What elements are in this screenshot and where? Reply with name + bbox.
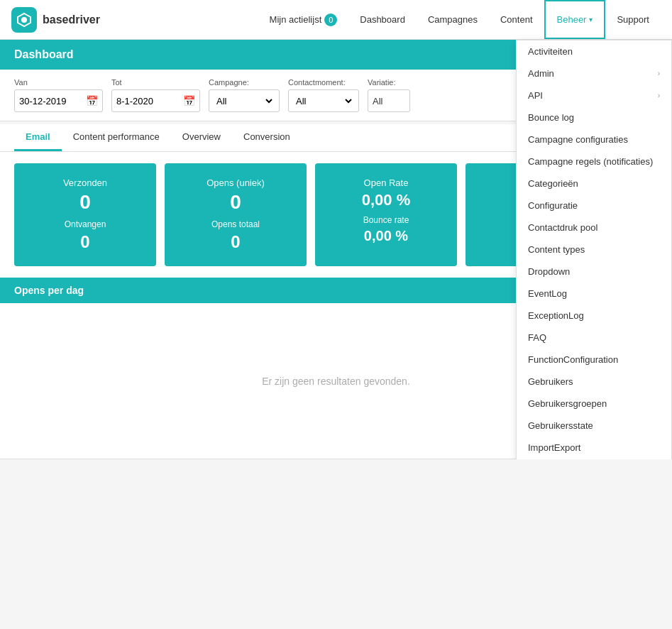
tot-label: Tot xyxy=(111,78,200,87)
menu-item-exceptionlog[interactable]: ExceptionLog xyxy=(517,305,671,327)
api-arrow-icon: › xyxy=(658,92,660,99)
menu-item-campagne-regels[interactable]: Campagne regels (notificaties) xyxy=(517,151,671,173)
logo-text: basedriver xyxy=(43,13,100,26)
nav-item-content[interactable]: Content xyxy=(489,0,544,39)
menu-item-bounce-log[interactable]: Bounce log xyxy=(517,106,671,128)
open-rate-label: Open Rate xyxy=(329,177,443,188)
van-calendar-icon[interactable]: 📅 xyxy=(86,95,98,106)
open-rate-value: 0,00 % xyxy=(329,191,443,209)
menu-item-configuratie[interactable]: Configuratie xyxy=(517,195,671,217)
nav-wrap: basedriver Mijn actielijst 0 Dashboard C… xyxy=(0,0,672,40)
nav-label-support: Support xyxy=(617,14,649,25)
campagne-select[interactable]: All xyxy=(214,95,275,107)
variatie-label: Variatie: xyxy=(368,78,410,87)
admin-arrow-icon: › xyxy=(658,70,660,77)
filter-van: Van 📅 xyxy=(14,78,103,112)
nav-label-dashboard: Dashboard xyxy=(360,14,405,25)
opens-label: Opens (uniek) xyxy=(179,177,292,188)
campagne-select-wrap: All xyxy=(209,89,280,112)
bounce-rate-value: 0,00 % xyxy=(329,228,443,244)
dashboard-title: Dashboard xyxy=(14,48,74,60)
logo-icon xyxy=(11,7,37,33)
tab-overview[interactable]: Overview xyxy=(171,124,232,151)
menu-item-ip-beheer[interactable]: IP-beheer xyxy=(517,459,671,459)
bounce-rate-label: Bounce rate xyxy=(329,215,443,225)
beheer-arrow-icon: ▾ xyxy=(589,16,593,23)
tot-input-wrap: 📅 xyxy=(111,89,200,112)
tab-email[interactable]: Email xyxy=(14,124,62,151)
nav-items: Mijn actielijst 0 Dashboard Campagnes Co… xyxy=(258,0,661,39)
menu-item-dropdown[interactable]: Dropdown xyxy=(517,261,671,283)
beheer-dropdown-menu: Activiteiten Admin › API › Bounce log Ca… xyxy=(516,40,672,459)
van-input[interactable] xyxy=(19,96,83,106)
filter-tot: Tot 📅 xyxy=(111,78,200,112)
tot-calendar-icon[interactable]: 📅 xyxy=(183,95,195,106)
menu-item-eventlog[interactable]: EventLog xyxy=(517,283,671,305)
menu-item-importexport[interactable]: ImportExport xyxy=(517,437,671,459)
filter-contactmoment: Contactmoment: All xyxy=(288,78,359,112)
nav-label-campagnes: Campagnes xyxy=(428,14,478,25)
contactmoment-select[interactable]: All xyxy=(293,95,354,107)
stat-card-open-rate: Open Rate 0,00 % Bounce rate 0,00 % xyxy=(315,163,457,266)
nav-badge-actielijst: 0 xyxy=(324,13,337,26)
logo-area: basedriver xyxy=(11,7,100,33)
menu-item-function-configuration[interactable]: FunctionConfiguration xyxy=(517,349,671,371)
nav-label-mijn-actielijst: Mijn actielijst xyxy=(270,14,322,25)
variatie-input-wrap: All xyxy=(368,89,410,112)
menu-item-gebruikers[interactable]: Gebruikers xyxy=(517,371,671,393)
opens-value: 0 xyxy=(179,191,292,214)
tab-content-performance[interactable]: Content performance xyxy=(62,124,171,151)
opens-totaal-value: 0 xyxy=(179,232,292,252)
top-nav: basedriver Mijn actielijst 0 Dashboard C… xyxy=(0,0,672,40)
nav-item-support[interactable]: Support xyxy=(605,0,661,39)
menu-item-faq[interactable]: FAQ xyxy=(517,327,671,349)
ontvangen-value: 0 xyxy=(28,232,142,252)
nav-item-dashboard[interactable]: Dashboard xyxy=(348,0,417,39)
nav-item-mijn-actielijst[interactable]: Mijn actielijst 0 xyxy=(258,0,349,39)
nav-item-beheer[interactable]: Beheer ▾ xyxy=(544,0,606,39)
contactmoment-select-wrap: All xyxy=(288,89,359,112)
menu-item-api[interactable]: API › xyxy=(517,84,671,106)
variatie-value: All xyxy=(373,96,382,106)
menu-item-activiteiten[interactable]: Activiteiten xyxy=(517,40,671,62)
filter-campagne: Campagne: All xyxy=(209,78,280,112)
nav-item-campagnes[interactable]: Campagnes xyxy=(417,0,489,39)
svg-point-1 xyxy=(21,17,27,23)
opens-totaal-label: Opens totaal xyxy=(179,219,292,229)
van-input-wrap: 📅 xyxy=(14,89,103,112)
nav-label-beheer: Beheer xyxy=(557,14,587,25)
menu-item-categorieen[interactable]: Categorieën xyxy=(517,173,671,195)
contactmoment-label: Contactmoment: xyxy=(288,78,359,87)
stat-card-opens: Opens (uniek) 0 Opens totaal 0 xyxy=(165,163,307,266)
opens-per-dag-title: Opens per dag xyxy=(14,285,84,296)
tab-conversion[interactable]: Conversion xyxy=(232,124,302,151)
verzonden-value: 0 xyxy=(28,191,142,214)
nav-label-content: Content xyxy=(500,14,533,25)
menu-item-contactdruk-pool[interactable]: Contactdruk pool xyxy=(517,217,671,239)
filter-variatie: Variatie: All xyxy=(368,78,410,112)
menu-item-admin[interactable]: Admin › xyxy=(517,62,671,84)
menu-item-gebruikersstate[interactable]: Gebruikersstate xyxy=(517,415,671,437)
tot-input[interactable] xyxy=(116,96,180,106)
menu-item-content-types[interactable]: Content types xyxy=(517,239,671,261)
menu-item-campagne-configuraties[interactable]: Campagne configuraties xyxy=(517,128,671,151)
ontvangen-label: Ontvangen xyxy=(28,219,142,229)
no-results-text: Er zijn geen resultaten gevonden. xyxy=(262,376,410,387)
menu-item-gebruikersgroepen[interactable]: Gebruikersgroepen xyxy=(517,393,671,415)
campagne-label: Campagne: xyxy=(209,78,280,87)
stat-card-verzonden: Verzonden 0 Ontvangen 0 xyxy=(14,163,156,266)
verzonden-label: Verzonden xyxy=(28,177,142,188)
van-label: Van xyxy=(14,78,103,87)
